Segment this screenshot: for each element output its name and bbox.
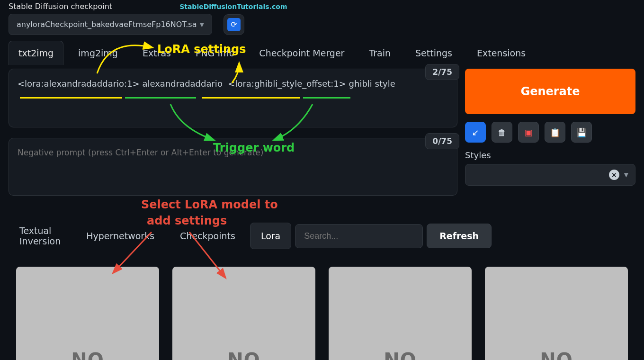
styles-select[interactable]: × ▼: [465, 164, 635, 186]
arrow-icon: ↙: [472, 127, 479, 137]
checkpoint-value: anyloraCheckpoint_bakedvaeFtmseFp16NOT.s…: [17, 20, 197, 29]
style-save-button[interactable]: ▣: [518, 122, 539, 143]
reload-icon: ⟳: [227, 18, 241, 31]
tab-txt2img[interactable]: txt2img: [9, 41, 63, 65]
main-tabs: txt2img img2img Extras PNG Info Checkpoi…: [0, 41, 644, 65]
tab-extensions[interactable]: Extensions: [467, 41, 536, 65]
lora-card[interactable]: NO: [172, 267, 315, 360]
lora-card[interactable]: NO: [329, 267, 472, 360]
tab-pnginfo[interactable]: PNG Info: [186, 41, 244, 65]
paste-button[interactable]: 📋: [545, 122, 565, 143]
clear-styles-button[interactable]: ×: [609, 170, 619, 180]
tab-checkpoints[interactable]: Checkpoints: [169, 223, 246, 249]
trash-icon: 🗑: [498, 127, 506, 137]
arrow-action-button[interactable]: ↙: [465, 122, 486, 143]
chevron-down-icon: ▼: [200, 21, 204, 28]
disk-icon: 💾: [576, 127, 587, 137]
clear-prompt-button[interactable]: 🗑: [492, 122, 512, 143]
lora-card[interactable]: NO: [485, 267, 628, 360]
clipboard-icon: 📋: [550, 127, 560, 137]
site-link[interactable]: StableDiffusionTutorials.com: [179, 3, 287, 10]
negative-token-count: 0/75: [425, 133, 459, 149]
style-icon: ▣: [524, 127, 532, 137]
styles-label: Styles: [465, 150, 635, 160]
checkpoint-select[interactable]: anyloraCheckpoint_bakedvaeFtmseFp16NOT.s…: [9, 14, 212, 35]
reload-checkpoint-button[interactable]: ⟳: [224, 14, 244, 35]
tab-img2img[interactable]: img2img: [68, 41, 128, 65]
tab-textual-inversion[interactable]: Textual Inversion: [9, 217, 72, 254]
tab-hypernetworks[interactable]: Hypernetworks: [75, 223, 165, 249]
save-button[interactable]: 💾: [571, 122, 592, 143]
negative-prompt-input[interactable]: [9, 138, 457, 196]
tab-lora[interactable]: Lora: [250, 223, 291, 249]
tab-settings[interactable]: Settings: [405, 41, 462, 65]
checkpoint-label: Stable Diffusion checkpoint: [9, 2, 112, 11]
extra-networks-search[interactable]: [295, 224, 423, 248]
chevron-down-icon: ▼: [624, 171, 628, 178]
tab-train[interactable]: Train: [359, 41, 401, 65]
prompt-token-count: 2/75: [425, 64, 459, 80]
lora-card[interactable]: NO: [16, 267, 159, 360]
generate-button[interactable]: Generate: [465, 69, 635, 114]
tab-extras[interactable]: Extras: [133, 41, 181, 65]
tab-checkpoint-merger[interactable]: Checkpoint Merger: [249, 41, 354, 65]
